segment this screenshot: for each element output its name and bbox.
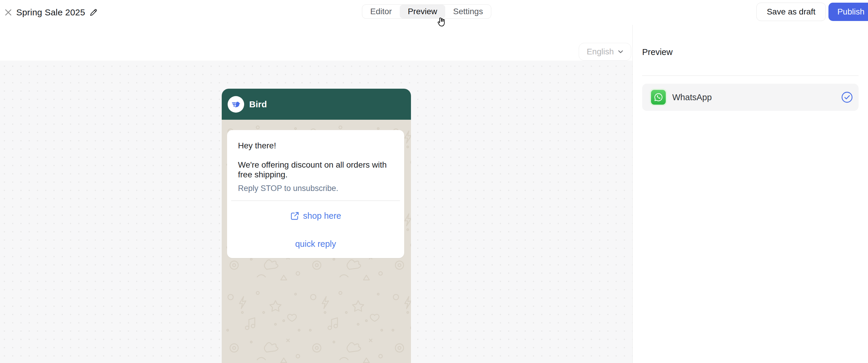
- close-icon[interactable]: [4, 8, 12, 16]
- edit-pencil-icon[interactable]: [89, 8, 98, 17]
- chevron-down-icon: [617, 48, 624, 56]
- whatsapp-icon: [650, 89, 667, 106]
- language-selector[interactable]: English: [579, 43, 631, 61]
- top-bar: Spring Sale 2025 Editor Preview Settings…: [0, 0, 868, 25]
- message-greeting: Hey there!: [238, 141, 393, 150]
- selected-check-icon: [841, 91, 853, 104]
- page-title: Spring Sale 2025: [16, 7, 85, 18]
- channel-row-whatsapp[interactable]: WhatsApp: [642, 84, 859, 111]
- tab-editor[interactable]: Editor: [362, 5, 400, 18]
- channel-label: WhatsApp: [672, 92, 836, 102]
- tab-preview[interactable]: Preview: [400, 5, 445, 18]
- bird-logo-icon: [230, 99, 242, 110]
- language-selector-value: English: [587, 47, 614, 56]
- publish-button[interactable]: Publish: [829, 3, 868, 21]
- tab-settings[interactable]: Settings: [445, 5, 491, 18]
- campaign-editor-window: Spring Sale 2025 Editor Preview Settings…: [0, 0, 868, 363]
- sender-name: Bird: [249, 99, 267, 109]
- message-unsubscribe-text: Reply STOP to unsubscribe.: [238, 184, 393, 193]
- message-body: We're offering discount on all orders wi…: [238, 160, 393, 179]
- chat-background: Hey there! We're offering discount on al…: [222, 120, 411, 363]
- title-group: Spring Sale 2025: [4, 0, 98, 25]
- header-actions: Save as draft Publish: [756, 3, 868, 21]
- sender-avatar: [228, 96, 244, 113]
- quick-reply-label: quick reply: [295, 239, 336, 249]
- chat-header: Bird: [222, 89, 411, 120]
- message-card: Hey there! We're offering discount on al…: [227, 130, 404, 258]
- sidebar-divider: [642, 75, 859, 76]
- save-as-draft-button[interactable]: Save as draft: [756, 3, 826, 21]
- view-tab-group: Editor Preview Settings: [362, 4, 491, 19]
- quick-reply-link[interactable]: quick reply: [238, 239, 393, 249]
- whatsapp-preview-phone: Bird: [222, 89, 411, 363]
- shop-here-label: shop here: [303, 211, 341, 221]
- shop-here-link[interactable]: shop here: [238, 211, 393, 221]
- sidebar-heading: Preview: [642, 47, 673, 57]
- message-divider: [231, 200, 400, 201]
- external-link-icon: [290, 211, 299, 221]
- preview-sidebar: Preview WhatsApp: [632, 25, 868, 363]
